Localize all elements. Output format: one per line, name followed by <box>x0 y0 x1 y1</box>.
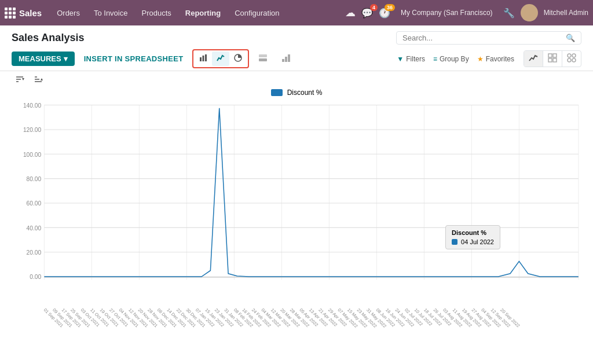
svg-text:80.00: 80.00 <box>27 176 42 182</box>
username-label[interactable]: Mitchell Admin <box>544 9 588 17</box>
svg-point-0 <box>525 7 533 15</box>
page-header-row: Sales Analysis 🔍 <box>0 25 593 47</box>
activities-badge: 36 <box>385 4 395 11</box>
groupby-icon: ≡ <box>433 55 437 63</box>
cloud-icon-btn[interactable]: ☁ <box>345 6 356 19</box>
filter-icon: ▼ <box>397 55 404 63</box>
page-title: Sales Analysis <box>12 32 84 44</box>
nav-reporting[interactable]: Reporting <box>180 6 226 20</box>
messages-badge: 4 <box>370 4 378 11</box>
filter-group: ▼ Filters ≡ Group By ★ Favorites <box>397 55 514 63</box>
grid-icon <box>5 8 16 19</box>
svg-text:40.00: 40.00 <box>27 225 42 231</box>
svg-text:120.00: 120.00 <box>23 127 42 133</box>
x-axis-labels <box>43 273 581 307</box>
nav-products[interactable]: Products <box>136 6 177 20</box>
chart-area: Discount % 140.00 120.00 100.00 <box>0 89 593 364</box>
sort-desc-button[interactable] <box>30 73 46 87</box>
svg-rect-4 <box>205 54 207 61</box>
top-navigation: Sales Orders To Invoice Products Reporti… <box>0 0 593 25</box>
svg-rect-14 <box>553 58 557 62</box>
svg-text:100.00: 100.00 <box>23 151 42 157</box>
favorites-button[interactable]: ★ Favorites <box>477 55 514 63</box>
svg-rect-10 <box>288 54 290 62</box>
nav-configuration[interactable]: Configuration <box>229 6 285 20</box>
x-axis-container: 01 Sep 2021 09 Sep 2021 17 Sep 2021 25 S… <box>43 307 581 348</box>
svg-rect-6 <box>259 58 267 61</box>
view-type-group <box>524 50 581 67</box>
groupby-button[interactable]: ≡ Group By <box>433 55 469 63</box>
chart-view-button[interactable] <box>524 51 543 67</box>
pivot-view-button[interactable] <box>543 51 562 67</box>
search-input[interactable] <box>402 34 566 42</box>
chart-type-group <box>192 49 249 68</box>
topnav-actions: ☁ 💬 4 🕐 36 My Company (San Francisco) 🔧 … <box>345 4 588 21</box>
sort-asc-button[interactable] <box>12 73 28 87</box>
search-container: 🔍 <box>396 31 581 45</box>
settings-icon[interactable]: 🔧 <box>503 8 515 19</box>
company-selector[interactable]: My Company (San Francisco) <box>401 9 493 17</box>
user-avatar[interactable] <box>521 4 538 21</box>
sub-toolbar <box>0 71 593 89</box>
svg-text:140.00: 140.00 <box>23 102 42 109</box>
chart-container: 140.00 120.00 100.00 80.00 60.00 40.00 2… <box>12 99 581 307</box>
filters-button[interactable]: ▼ Filters <box>397 55 425 63</box>
chart-legend: Discount % <box>12 89 581 97</box>
svg-rect-12 <box>553 54 557 57</box>
svg-rect-13 <box>548 58 552 62</box>
svg-point-1 <box>522 15 536 21</box>
pivot-stack-button[interactable] <box>254 51 272 67</box>
app-logo[interactable]: Sales <box>5 8 46 19</box>
bar-chart-button[interactable] <box>195 52 212 66</box>
svg-rect-3 <box>203 56 204 61</box>
search-icon[interactable]: 🔍 <box>566 34 575 42</box>
dropdown-arrow-icon: ▾ <box>64 54 68 63</box>
app-name: Sales <box>19 8 42 18</box>
svg-point-16 <box>572 54 576 57</box>
svg-rect-7 <box>259 54 267 57</box>
messages-icon-btn[interactable]: 💬 4 <box>361 8 373 19</box>
main-content: Sales Analysis 🔍 MEASURES ▾ INSERT IN SP… <box>0 25 593 364</box>
svg-point-17 <box>568 58 571 62</box>
measures-button[interactable]: MEASURES ▾ <box>12 52 75 66</box>
svg-point-18 <box>572 58 576 62</box>
legend-label: Discount % <box>287 89 323 97</box>
pie-chart-button[interactable] <box>229 52 247 66</box>
nav-orders[interactable]: Orders <box>51 6 86 20</box>
pivot-bar-button[interactable] <box>277 51 295 67</box>
svg-text:0.00: 0.00 <box>30 274 41 280</box>
activities-icon-btn[interactable]: 🕐 36 <box>379 8 390 19</box>
svg-rect-2 <box>200 57 202 61</box>
svg-rect-8 <box>282 59 284 62</box>
svg-rect-9 <box>285 57 287 62</box>
nav-to-invoice[interactable]: To Invoice <box>88 6 134 20</box>
line-chart-button[interactable] <box>212 52 229 66</box>
x-axis-svg: 01 Sep 2021 09 Sep 2021 17 Sep 2021 25 S… <box>43 307 581 348</box>
svg-rect-11 <box>548 54 552 57</box>
toolbar: MEASURES ▾ INSERT IN SPREADSHEET <box>0 47 593 71</box>
svg-point-15 <box>568 54 571 57</box>
svg-text:60.00: 60.00 <box>27 200 42 207</box>
table-view-button[interactable] <box>562 51 581 67</box>
svg-text:20.00: 20.00 <box>27 249 42 256</box>
star-icon: ★ <box>477 55 484 63</box>
insert-spreadsheet-button[interactable]: INSERT IN SPREADSHEET <box>79 52 188 66</box>
legend-color <box>271 89 283 96</box>
